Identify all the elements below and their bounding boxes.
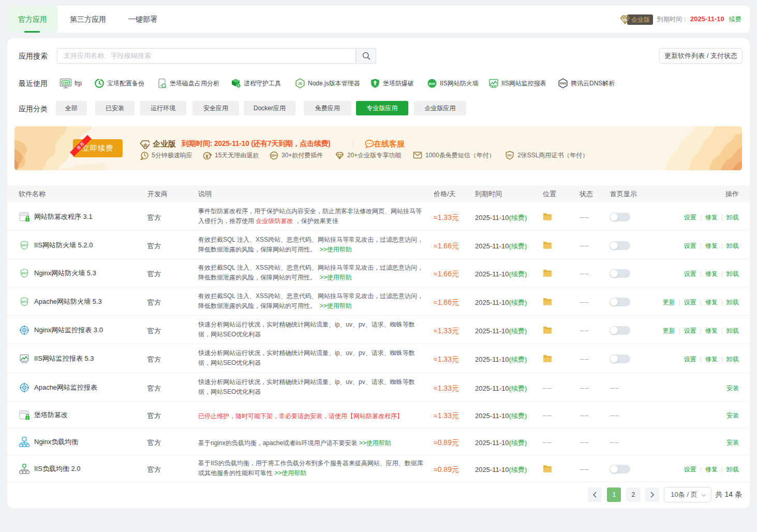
svg-text:JS: JS <box>298 82 303 85</box>
svg-text:WAF: WAF <box>21 244 28 247</box>
svg-text:WAF: WAF <box>428 82 436 85</box>
svg-text:SSL: SSL <box>507 154 512 157</box>
svg-text:企: 企 <box>143 142 148 147</box>
svg-text:FRP: FRP <box>63 81 69 84</box>
svg-text:DNS: DNS <box>560 82 566 85</box>
svg-text:WAF: WAF <box>21 272 28 275</box>
svg-text:30+: 30+ <box>271 154 277 157</box>
svg-text:WAF: WAF <box>21 300 28 303</box>
